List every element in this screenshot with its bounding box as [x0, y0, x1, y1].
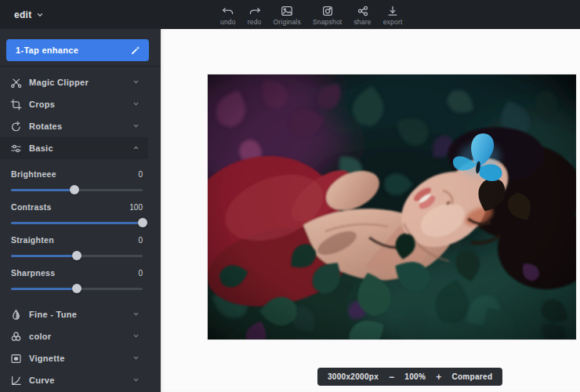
photo-canvas[interactable] — [208, 74, 576, 339]
slider-value: 0 — [138, 236, 143, 245]
slider-group-sharpness: Sharpness 0 — [11, 268, 143, 294]
slider-group-straighten: Straighten 0 — [11, 235, 143, 261]
sidebar-item-color[interactable]: color — [0, 325, 148, 347]
chevron-down-icon — [132, 310, 140, 320]
export-label: export — [383, 18, 403, 26]
zoom-statusbar: 3000x2000px − 100% + Compared — [317, 368, 502, 386]
slider-thumb[interactable] — [72, 284, 82, 293]
vignette-icon — [10, 353, 22, 365]
one-tap-enhance-label: 1-Tap enhance — [16, 45, 78, 55]
snapshot-button[interactable]: Snapshot — [313, 3, 343, 26]
slider-label: Sharpness — [11, 268, 55, 278]
sidebar-item-label: Crops — [29, 100, 55, 109]
slider-thumb[interactable] — [138, 218, 147, 227]
editing-canvas-area — [161, 29, 580, 392]
share-icon — [357, 5, 369, 17]
zoom-in-button[interactable]: + — [436, 372, 441, 382]
sidebar-item-label: Basic — [29, 143, 53, 153]
sidebar-item-label: color — [29, 332, 51, 341]
sidebar-item-vignette[interactable]: Vignette — [0, 347, 148, 369]
sidebar-item-label: Fine - Tune — [29, 310, 77, 319]
slider-value: 0 — [138, 269, 143, 278]
zoom-level: 100% — [404, 372, 426, 381]
sidebar-item-basic[interactable]: Basic — [0, 137, 148, 159]
chevron-down-icon — [132, 376, 140, 386]
redo-icon — [248, 5, 261, 17]
straighten-slider[interactable] — [11, 250, 143, 261]
curve-icon — [10, 375, 22, 387]
color-circles-icon — [10, 331, 22, 343]
sidebar-item-curve[interactable]: Curve — [0, 369, 148, 391]
sliders-icon — [10, 143, 22, 154]
sidebar-item-fine-tune[interactable]: Fine - Tune — [0, 303, 148, 325]
sidebar-item-rotates[interactable]: Rotates — [0, 115, 148, 137]
basic-adjustments-panel: Brightneee 0 Contrasts 100 — [0, 159, 161, 303]
originals-icon — [281, 5, 293, 17]
slider-value: 0 — [138, 170, 143, 179]
slider-thumb[interactable] — [70, 185, 79, 194]
droplet-icon — [10, 309, 22, 321]
chevron-down-icon — [36, 11, 44, 19]
snapshot-icon — [321, 5, 334, 17]
sidebar-item-crops[interactable]: Crops — [0, 93, 148, 115]
compared-button[interactable]: Compared — [451, 372, 492, 381]
sidebar-item-label: Magic Clipper — [29, 78, 89, 87]
slider-value: 100 — [129, 203, 143, 212]
sidebar-item-label: Curve — [29, 376, 55, 385]
image-dimensions: 3000x2000px — [328, 372, 379, 381]
contrast-slider[interactable] — [11, 217, 143, 228]
snapshot-label: Snapshot — [313, 18, 343, 26]
chevron-up-icon — [132, 143, 140, 154]
scissors-icon — [10, 77, 22, 89]
photo-editor-app: edit undo redo — [0, 0, 580, 392]
edit-menu-label: edit — [14, 9, 32, 20]
zoom-out-button[interactable]: − — [389, 372, 394, 382]
chevron-down-icon — [132, 78, 140, 88]
undo-label: undo — [220, 18, 236, 26]
chevron-down-icon — [132, 122, 140, 132]
slider-label: Brightneee — [11, 169, 56, 179]
chevron-down-icon — [132, 354, 140, 364]
top-toolbar: undo redo Originals — [220, 0, 403, 29]
sharpness-slider[interactable] — [11, 283, 143, 294]
brightness-slider[interactable] — [11, 184, 143, 195]
slider-group-contrast: Contrasts 100 — [11, 202, 143, 228]
export-button[interactable]: export — [383, 3, 403, 26]
originals-button[interactable]: Originals — [274, 3, 301, 26]
tools-sidebar: 1-Tap enhance Magic Clipper Crops — [0, 29, 161, 392]
slider-fill — [11, 222, 143, 224]
sidebar-item-label: Vignette — [29, 354, 65, 363]
rotate-icon — [10, 121, 22, 132]
sidebar-item-magic-clipper[interactable]: Magic Clipper — [0, 71, 148, 93]
slider-label: Straighten — [11, 235, 54, 245]
undo-button[interactable]: undo — [220, 3, 236, 26]
slider-group-brightness: Brightneee 0 — [11, 169, 143, 195]
edit-menu[interactable]: edit — [14, 0, 44, 29]
undo-icon — [222, 5, 234, 17]
originals-label: Originals — [274, 18, 301, 26]
one-tap-enhance-button[interactable]: 1-Tap enhance — [6, 39, 149, 61]
share-button[interactable]: share — [353, 3, 371, 26]
sidebar-item-label: Rotates — [29, 122, 62, 131]
chevron-down-icon — [132, 100, 140, 110]
slider-fill — [11, 288, 77, 290]
redo-label: redo — [248, 18, 262, 26]
enhance-section: 1-Tap enhance — [0, 29, 161, 67]
share-label: share — [353, 18, 371, 26]
chevron-down-icon — [132, 332, 140, 342]
crop-icon — [10, 99, 22, 111]
header-bar: edit undo redo — [0, 0, 580, 29]
slider-fill — [11, 255, 77, 257]
magic-wand-icon — [130, 45, 141, 56]
slider-thumb[interactable] — [72, 251, 82, 260]
redo-button[interactable]: redo — [248, 3, 262, 26]
export-icon — [386, 5, 399, 17]
slider-fill — [11, 189, 74, 191]
slider-label: Contrasts — [11, 202, 52, 212]
